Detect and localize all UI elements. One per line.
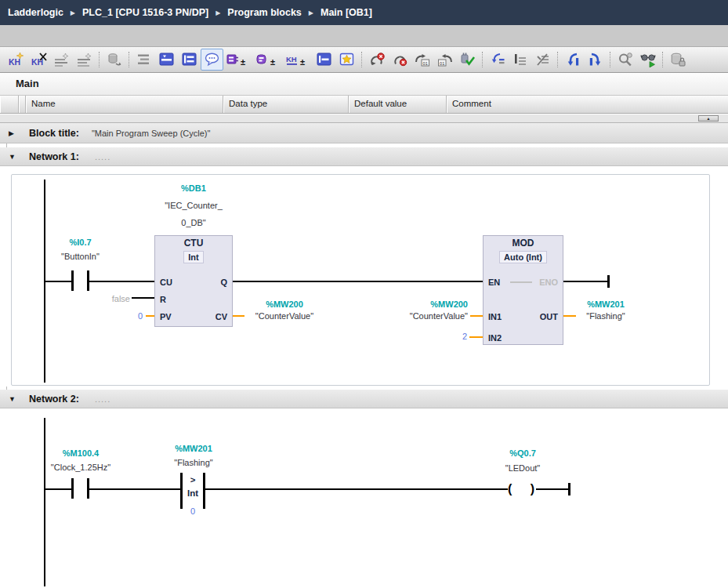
collapse-all-networks-icon[interactable] <box>178 49 201 71</box>
breadcrumb-plc[interactable]: PLC_1 [CPU 1516-3 PN/DP] <box>82 7 208 18</box>
collapse-network-2-icon[interactable]: ▼ <box>0 395 24 403</box>
column-header-name[interactable]: Name <box>26 96 223 113</box>
toolbar-separator <box>557 52 558 67</box>
insert-row-icon[interactable] <box>50 49 73 71</box>
absolute-operand-info-icon[interactable]: ± <box>223 49 253 71</box>
breadcrumb-program-blocks[interactable]: Program blocks <box>227 7 301 18</box>
redo-error-icon[interactable] <box>388 49 411 71</box>
breadcrumb: Ladderlogic ▶ PLC_1 [CPU 1516-3 PN/DP] ▶… <box>0 0 728 25</box>
network-1-header[interactable]: ▼ Network 1: ..... <box>0 147 728 166</box>
comparator-address[interactable]: %MW201 <box>141 443 246 454</box>
expand-block-title-icon[interactable]: ▶ <box>0 129 24 137</box>
mod-block[interactable]: MOD Auto (Int) EN ENO IN1 IN2 OUT <box>483 235 563 345</box>
block-title-label: Block title: <box>29 128 79 139</box>
mod-pin-in1[interactable]: IN1 <box>488 311 502 322</box>
collapse-interface-button[interactable]: ▲ <box>698 115 719 122</box>
ctu-pin-r[interactable]: R <box>160 294 166 305</box>
undo-error-icon[interactable] <box>365 49 388 71</box>
db-instance-name-line1[interactable]: "IEC_Counter_ <box>135 200 252 211</box>
toggle-network-comments-icon[interactable] <box>201 49 223 71</box>
row-selector-column[interactable] <box>0 96 19 113</box>
collapse-arrow-icon: ▲ <box>707 116 711 121</box>
toolbar-separator <box>610 52 610 67</box>
favorites-icon[interactable] <box>335 49 358 71</box>
out-operand-name[interactable]: "Flashing" <box>572 310 639 321</box>
toolbar-separator <box>361 52 362 67</box>
mod-pin-en[interactable]: EN <box>488 277 500 288</box>
operand-representation-icon[interactable]: ± <box>253 49 283 71</box>
comparator-type[interactable]: Int <box>180 488 205 499</box>
refresh-block-calls-icon[interactable] <box>103 49 125 71</box>
network-1-canvas[interactable]: %I0.7 "ButtonIn" %DB1 "IEC_Counter_ 0_DB… <box>0 166 728 387</box>
save-window-layout-icon[interactable]: 01 <box>411 49 433 71</box>
comparator-name[interactable]: "Flashing" <box>141 457 246 468</box>
toolbar-separator <box>129 52 129 67</box>
network-1-comment[interactable]: ..... <box>95 152 110 162</box>
in1-operand-name[interactable]: "CounterValue" <box>378 310 468 321</box>
cv-operand-name[interactable]: "CounterValue" <box>241 310 328 321</box>
out-operand-address[interactable]: %MW201 <box>572 299 639 310</box>
restore-window-layout-icon[interactable]: 01 <box>433 49 456 71</box>
contact-name[interactable]: "ButtonIn" <box>31 251 129 262</box>
consistency-check-icon[interactable] <box>456 49 479 71</box>
column-header-default-value[interactable]: Default value <box>349 96 447 113</box>
in1-operand-address[interactable]: %MW200 <box>378 299 468 310</box>
in2-value[interactable]: 2 <box>436 331 467 342</box>
clock-contact-address[interactable]: %M100.4 <box>26 448 136 459</box>
insert-network-icon[interactable]: KH <box>5 49 27 71</box>
interface-splitter[interactable]: ▲ <box>0 114 728 123</box>
coil-symbol[interactable]: ( ) <box>508 481 534 498</box>
mod-pin-in2[interactable]: IN2 <box>488 332 502 343</box>
monitoring-on-off-icon[interactable] <box>636 49 659 71</box>
block-title-row[interactable]: ▶ Block title: "Main Program Sweep (Cycl… <box>0 123 728 143</box>
browse-scope-icon[interactable] <box>614 49 636 71</box>
comparator-value[interactable]: 0 <box>180 506 205 517</box>
contact-bar <box>71 270 74 291</box>
ctu-type-dropdown[interactable]: Int <box>183 251 203 263</box>
ctu-pv-value[interactable]: 0 <box>111 310 143 321</box>
delete-network-icon[interactable]: KH <box>27 49 50 71</box>
db-instance-name-line2[interactable]: 0_DB" <box>135 217 252 228</box>
ctu-pin-cv[interactable]: CV <box>216 311 227 322</box>
mod-pin-eno[interactable]: ENO <box>539 277 558 288</box>
network-2-canvas[interactable]: %M100.4 "Clock_1.25Hz" > Int 0 %MW201 "F… <box>0 408 728 588</box>
ctu-pin-q[interactable]: Q <box>220 277 227 288</box>
breadcrumb-block[interactable]: Main [OB1] <box>321 7 372 18</box>
coil-name[interactable]: "LEDout" <box>470 463 575 474</box>
data-block-access-icon[interactable] <box>666 49 689 71</box>
breadcrumb-project[interactable]: Ladderlogic <box>8 7 63 18</box>
block-title-value[interactable]: "Main Program Sweep (Cycle)" <box>92 129 210 138</box>
cv-operand-address[interactable]: %MW200 <box>241 299 328 310</box>
cross-reference-icon[interactable] <box>531 49 554 71</box>
tia-portal-ladder-editor: Ladderlogic ▶ PLC_1 [CPU 1516-3 PN/DP] ▶… <box>0 0 728 588</box>
go-to-next-icon[interactable] <box>584 49 607 71</box>
data-wire <box>469 336 483 338</box>
network-2-header[interactable]: ▼ Network 2: ..... <box>0 390 728 408</box>
gutter-column <box>19 96 26 113</box>
column-header-data-type[interactable]: Data type <box>223 96 349 113</box>
mod-pin-out[interactable]: OUT <box>540 311 558 322</box>
network-display-icon[interactable] <box>313 49 335 71</box>
comparator-operator[interactable]: > <box>180 474 205 485</box>
column-header-comment[interactable]: Comment <box>447 96 728 113</box>
mod-type-dropdown[interactable]: Auto (Int) <box>499 251 547 263</box>
symbol-information-icon[interactable]: KH± <box>283 49 313 71</box>
network-2-comment[interactable]: ..... <box>95 394 110 404</box>
ladder-toolbar: KH KH ± ± <box>0 47 728 73</box>
clock-contact-name[interactable]: "Clock_1.25Hz" <box>26 462 136 473</box>
coil-address[interactable]: %Q0.7 <box>470 448 575 459</box>
go-to-previous-icon[interactable] <box>561 49 584 71</box>
ctu-r-value[interactable]: false <box>75 293 130 304</box>
network-1-label: Network 1: <box>29 151 79 162</box>
add-row-icon[interactable] <box>73 49 96 71</box>
go-to-previous-jump-icon[interactable] <box>486 49 509 71</box>
collapse-network-1-icon[interactable]: ▼ <box>0 153 24 161</box>
ctu-pin-cu[interactable]: CU <box>160 277 172 288</box>
ctu-counter-block[interactable]: CTU Int CU R PV Q CV <box>154 235 233 327</box>
outline-view-icon[interactable] <box>132 49 155 71</box>
ctu-pin-pv[interactable]: PV <box>160 311 172 322</box>
db-instance-address[interactable]: %DB1 <box>135 183 252 194</box>
insert-empty-line-icon[interactable] <box>509 49 531 71</box>
contact-address[interactable]: %I0.7 <box>31 237 129 248</box>
expand-all-networks-icon[interactable] <box>155 49 178 71</box>
